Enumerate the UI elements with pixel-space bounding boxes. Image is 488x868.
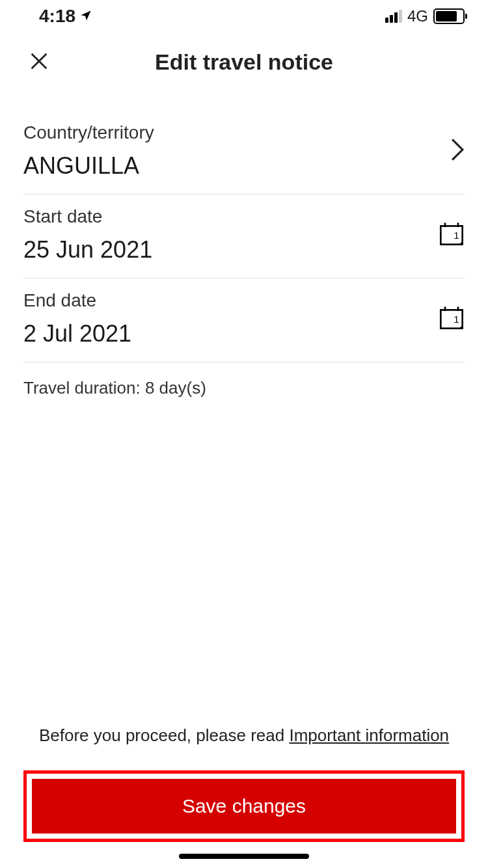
status-bar: 4:18 4G — [0, 0, 488, 33]
start-date-value: 25 Jun 2021 — [23, 236, 152, 264]
status-time: 4:18 — [39, 6, 75, 27]
svg-text:1: 1 — [454, 230, 459, 241]
network-label: 4G — [407, 7, 428, 25]
country-label: Country/territory — [23, 122, 154, 143]
close-icon — [28, 50, 50, 72]
signal-icon — [385, 10, 402, 23]
travel-duration: Travel duration: 8 day(s) — [23, 362, 465, 414]
chevron-right-icon — [450, 137, 465, 165]
home-indicator[interactable] — [179, 854, 309, 859]
start-date-label: Start date — [23, 206, 152, 227]
end-date-value: 2 Jul 2021 — [23, 320, 131, 347]
country-value: ANGUILLA — [23, 152, 154, 180]
footer-prompt: Before you proceed, please read Importan… — [23, 726, 465, 746]
svg-text:1: 1 — [454, 314, 459, 325]
footer: Before you proceed, please read Importan… — [0, 726, 488, 868]
save-button-highlight: Save changes — [23, 770, 465, 842]
calendar-icon: 1 — [439, 305, 465, 333]
location-icon — [79, 6, 92, 27]
end-date-label: End date — [23, 290, 131, 311]
start-date-field[interactable]: Start date 25 Jun 2021 1 — [23, 195, 465, 278]
end-date-field[interactable]: End date 2 Jul 2021 1 — [23, 278, 465, 362]
status-time-group: 4:18 — [39, 6, 92, 27]
form-content: Country/territory ANGUILLA Start date 25… — [0, 91, 488, 414]
page-title: Edit travel notice — [26, 49, 462, 75]
status-indicators: 4G — [385, 7, 465, 25]
save-button[interactable]: Save changes — [32, 779, 456, 834]
footer-prompt-text: Before you proceed, please read — [39, 726, 289, 745]
close-button[interactable] — [26, 49, 52, 75]
header: Edit travel notice — [0, 33, 488, 91]
battery-icon — [433, 8, 465, 24]
important-info-link[interactable]: Important information — [289, 726, 449, 745]
calendar-icon: 1 — [439, 221, 465, 249]
country-field[interactable]: Country/territory ANGUILLA — [23, 111, 465, 195]
